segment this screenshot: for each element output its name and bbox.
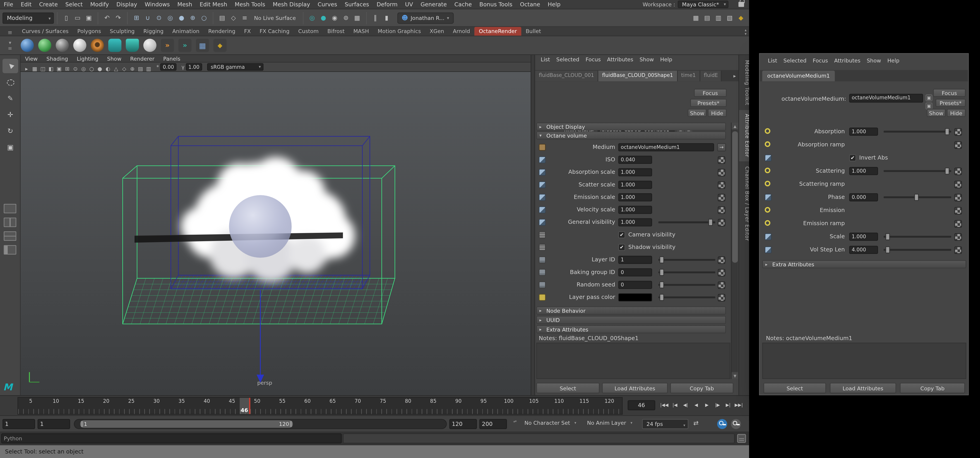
section-uuid[interactable]: ▸UUID bbox=[536, 316, 726, 324]
sphere-speckled-icon[interactable] bbox=[73, 39, 86, 52]
scale-tool-button[interactable]: ▣ bbox=[3, 140, 18, 155]
history-tool-icon[interactable]: ▤ bbox=[217, 13, 227, 23]
undo-redo-icon[interactable]: ↶ bbox=[102, 13, 112, 23]
focus-button[interactable]: Focus bbox=[694, 89, 727, 97]
character-set-dropdown[interactable]: No Character Set▾ bbox=[524, 420, 576, 426]
snap-tool-icon[interactable]: ● bbox=[177, 13, 186, 23]
menu-item[interactable]: Mesh Display bbox=[269, 1, 314, 7]
random-seed-slider[interactable] bbox=[658, 282, 715, 288]
absorption-slider[interactable] bbox=[883, 128, 951, 135]
undo-redo-icon[interactable]: ↷ bbox=[113, 13, 123, 23]
slider-handle[interactable] bbox=[660, 257, 664, 263]
range-start-handle[interactable] bbox=[81, 421, 83, 427]
render-tool-icon[interactable]: ◉ bbox=[330, 13, 340, 23]
lasso-tool-button[interactable] bbox=[3, 75, 18, 90]
playback-end-field[interactable]: 120 bbox=[449, 419, 477, 429]
attribute-editor-menu-item[interactable]: List bbox=[538, 56, 553, 63]
shelf-scroll-arrows[interactable]: ▴▾ bbox=[745, 28, 746, 35]
show-button[interactable]: Show bbox=[688, 109, 706, 117]
menu-item[interactable]: Octane bbox=[516, 1, 544, 7]
attribute-editor-scrollbar[interactable]: ▲ ▼ bbox=[731, 123, 738, 379]
workspace-layout-icon[interactable]: ▤ bbox=[702, 13, 712, 23]
shelf-tab-bullet[interactable]: Bullet bbox=[521, 27, 545, 36]
attribute-editor-menu-item[interactable]: Help bbox=[657, 56, 675, 63]
shelf-menu-icon[interactable]: ≡ bbox=[3, 29, 18, 36]
viewport-tool-icon[interactable]: ◇ bbox=[120, 65, 128, 73]
range-end-handle[interactable] bbox=[290, 421, 292, 427]
render-tool-icon[interactable]: ▦ bbox=[352, 13, 362, 23]
presets-button[interactable]: Presets* bbox=[690, 99, 726, 107]
floating-editor-menu-item[interactable]: Attributes bbox=[831, 57, 864, 64]
shelf-tab-polygons[interactable]: Polygons bbox=[73, 27, 105, 36]
step-back-frame-button[interactable]: ◀| bbox=[680, 399, 691, 411]
node-name-field[interactable]: octaneVolumeMedium1 bbox=[849, 94, 923, 103]
attribute-editor-menu-item[interactable]: Focus bbox=[582, 56, 604, 63]
shelf-tab-octanerender[interactable]: OctaneRender bbox=[474, 27, 521, 36]
floating-editor-menu-item[interactable]: Help bbox=[884, 57, 902, 64]
map-texture-icon[interactable] bbox=[718, 219, 725, 226]
viewport-tool-icon[interactable]: ◐ bbox=[104, 65, 112, 73]
signed-in-user-dropdown[interactable]: ☻ Jonathan R... ▾ bbox=[397, 12, 453, 24]
range-slider-track[interactable]: 1 120 bbox=[74, 419, 447, 429]
tab-octanevolumemedium1[interactable]: octaneVolumeMedium1 bbox=[762, 71, 835, 81]
render-tool-icon[interactable]: ● bbox=[318, 13, 328, 23]
vol-step-len-slider[interactable] bbox=[883, 246, 951, 253]
layer-id-slider[interactable] bbox=[658, 257, 715, 263]
menu-set-dropdown[interactable]: Modeling▾ bbox=[3, 12, 54, 24]
section-extra-attributes[interactable]: ▸Extra Attributes bbox=[536, 325, 726, 333]
map-texture-icon[interactable] bbox=[718, 156, 725, 164]
panel-splitter[interactable] bbox=[531, 55, 535, 395]
attribute-editor-menu-item[interactable]: Attributes bbox=[604, 56, 636, 63]
slider-handle[interactable] bbox=[660, 282, 664, 288]
medium-field[interactable]: octaneVolumeMedium1 bbox=[618, 143, 714, 151]
pin-node-icon[interactable]: ▣ bbox=[926, 94, 932, 101]
scroll-down-icon[interactable]: ▼ bbox=[732, 372, 738, 379]
emission-scale-field[interactable]: 1.000 bbox=[618, 193, 652, 201]
viewport-tool-icon[interactable]: ● bbox=[96, 65, 104, 73]
workspace-dropdown[interactable]: Maya Classic*▾ bbox=[678, 1, 729, 8]
workspace-layout-icon[interactable]: ◆ bbox=[736, 13, 746, 23]
viewport-menu-item[interactable]: View bbox=[21, 55, 42, 62]
shelf-tab-curves-surfaces[interactable]: Curves / Surfaces bbox=[18, 27, 73, 36]
file-tool-icon[interactable]: ▣ bbox=[84, 13, 94, 23]
split-pane-layout-button[interactable] bbox=[4, 245, 16, 254]
menu-item[interactable]: Mesh Tools bbox=[231, 1, 269, 7]
no-live-surface-button[interactable]: No Live Surface bbox=[250, 15, 299, 21]
file-tool-icon[interactable]: ▭ bbox=[73, 13, 83, 23]
single-pane-layout-button[interactable] bbox=[4, 204, 16, 213]
menu-item[interactable]: Cache bbox=[450, 1, 476, 7]
viewport-tool-icon[interactable]: ▤ bbox=[136, 65, 145, 73]
sidebar-tab-channel-box[interactable]: Channel Box / Layer Editor bbox=[739, 163, 749, 245]
scrollbar-thumb[interactable] bbox=[732, 131, 738, 263]
menu-item[interactable]: Modify bbox=[86, 1, 113, 7]
hide-button[interactable]: Hide bbox=[947, 109, 966, 117]
snap-tool-icon[interactable]: ⊞ bbox=[131, 13, 141, 23]
map-texture-icon[interactable] bbox=[955, 246, 962, 254]
tab-fluidbase-cloud-001[interactable]: fluidBase_CLOUD_001 bbox=[535, 71, 598, 81]
general-visibility-slider[interactable] bbox=[658, 219, 715, 226]
timeline-ruler[interactable]: 5101520253035404550556065707580859095100… bbox=[18, 397, 623, 415]
shelf-tab-bifrost[interactable]: Bifrost bbox=[323, 27, 349, 36]
shelf-tab-motion-graphics[interactable]: Motion Graphics bbox=[373, 27, 425, 36]
map-texture-icon[interactable] bbox=[955, 194, 962, 201]
set-key-icon[interactable] bbox=[731, 419, 741, 429]
paint-select-tool-button[interactable]: ✎ bbox=[3, 92, 18, 106]
copy-tab-button[interactable]: Copy Tab bbox=[670, 383, 733, 393]
viewport-menu-item[interactable]: Shading bbox=[42, 55, 72, 62]
general-visibility-field[interactable]: 1.000 bbox=[618, 219, 652, 227]
slider-handle[interactable] bbox=[945, 168, 949, 174]
viewport-menu-item[interactable]: Renderer bbox=[126, 55, 159, 62]
vol-step-len-field[interactable]: 4.000 bbox=[849, 246, 878, 254]
menu-item[interactable]: Generate bbox=[417, 1, 450, 7]
anim-layer-dropdown[interactable]: No Anim Layer▾ bbox=[587, 420, 632, 426]
playback-speed-spinner[interactable]: ▴▾ bbox=[512, 420, 518, 423]
step-forward-key-button[interactable]: ▶| bbox=[723, 399, 733, 411]
playback-loop-icon[interactable]: ⇄ bbox=[693, 420, 698, 426]
current-frame-field[interactable]: 46 bbox=[628, 400, 655, 410]
snap-tool-icon[interactable]: ∪ bbox=[143, 13, 153, 23]
gamma-field[interactable]: 1.00 bbox=[186, 63, 202, 71]
history-tool-icon[interactable]: ◇ bbox=[229, 13, 239, 23]
section-node-behavior[interactable]: ▸Node Behavior bbox=[536, 306, 726, 315]
map-texture-icon[interactable] bbox=[718, 181, 725, 189]
map-texture-icon[interactable] bbox=[955, 233, 962, 241]
